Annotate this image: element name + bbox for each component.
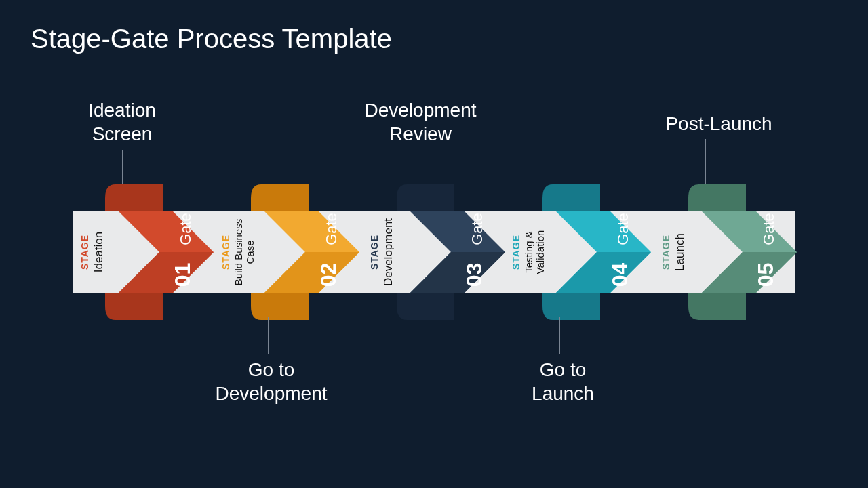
stage-name-3: Development xyxy=(382,218,395,286)
stage-block-3: STAGE Development xyxy=(363,211,400,293)
connector-2 xyxy=(268,317,269,354)
stage-block-4: STAGE Testing & Validation xyxy=(507,211,548,293)
callout-3: Development Review xyxy=(346,98,495,146)
gate-number-5: 05 xyxy=(753,263,778,287)
connector-4 xyxy=(559,317,560,354)
slide-title: Stage-Gate Process Template xyxy=(31,24,392,54)
gate-label-5: Gate xyxy=(760,213,778,245)
gate-number-2: 02 xyxy=(316,263,341,287)
callout-4: Go to Launch xyxy=(505,358,620,405)
stage-word-2: STAGE xyxy=(220,235,231,270)
callout-1: Ideation Screen xyxy=(75,98,170,146)
gate-chevron-5: Gate 05 xyxy=(688,184,797,320)
gate-chevron-2: Gate 02 xyxy=(251,184,359,320)
stage-word-3: STAGE xyxy=(369,235,380,270)
gate-number-1: 01 xyxy=(170,263,195,287)
gate-chevron-1: Gate 01 xyxy=(105,184,214,320)
gate-number-3: 03 xyxy=(462,263,487,287)
stage-word-4: STAGE xyxy=(511,235,521,270)
connector-1 xyxy=(122,150,123,188)
gate-chevron-3: Gate 03 xyxy=(397,184,505,320)
stage-name-1: Ideation xyxy=(92,232,106,273)
stage-word-5: STAGE xyxy=(660,235,671,270)
connector-5 xyxy=(705,139,706,186)
stage-name-5: Launch xyxy=(673,233,687,271)
gate-label-4: Gate xyxy=(614,213,632,245)
stage-word-1: STAGE xyxy=(79,235,90,270)
stage-block-5: STAGE Launch xyxy=(654,211,692,293)
callout-2: Go to Development xyxy=(203,358,339,405)
gate-chevron-4: Gate 04 xyxy=(542,184,651,320)
gate-number-4: 04 xyxy=(608,263,633,287)
callout-5: Post-Launch xyxy=(644,112,793,136)
gate-label-3: Gate xyxy=(469,213,486,245)
gate-label-1: Gate xyxy=(177,213,195,245)
connector-3 xyxy=(416,150,416,188)
gate-label-2: Gate xyxy=(323,213,340,245)
